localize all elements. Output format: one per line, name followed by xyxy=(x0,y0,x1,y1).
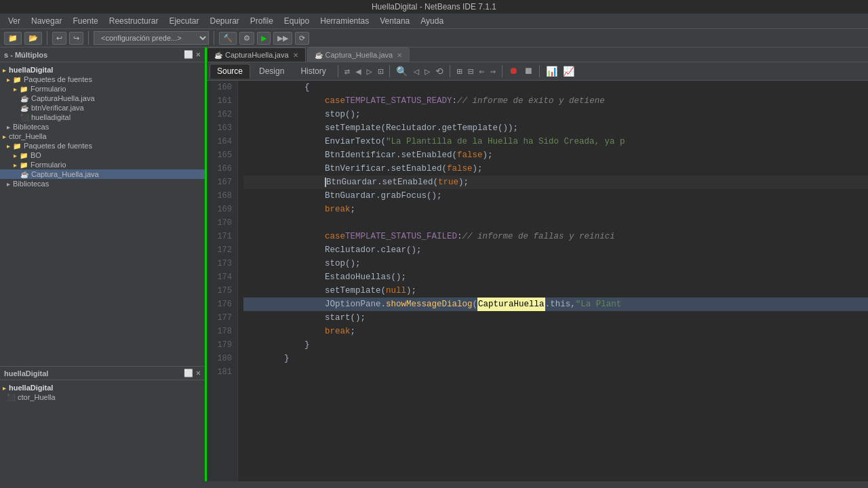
chart2-button[interactable]: 📈 xyxy=(561,65,576,78)
editor-tab-history[interactable]: History xyxy=(293,64,333,79)
toolbar-separator-1 xyxy=(47,31,47,45)
tree-label-paquetes1: Paquetes de fuentes xyxy=(24,75,92,83)
project-panel-header: s - Múltiplos ⬜ ✕ xyxy=(0,47,205,62)
prev-bookmark-button[interactable]: ◀ xyxy=(353,65,363,78)
folder-arrow-bo: ▸ xyxy=(14,152,17,159)
tab-captura-huella[interactable]: ☕ Captura_Huella.java ✕ xyxy=(307,47,410,62)
expand-button[interactable]: ⊞ xyxy=(454,65,464,78)
tree-item-paquetes2[interactable]: ▸ 📁 Paquetes de fuentes xyxy=(0,141,205,150)
tree-label-formulario1: Formulario xyxy=(31,85,66,93)
toolbar-separator-3 xyxy=(214,31,214,45)
profile-button[interactable]: ⟳ xyxy=(295,32,309,45)
tree-label-huelladigital-class: huelladigital xyxy=(31,113,71,121)
redo-button[interactable]: ↪ xyxy=(69,32,83,45)
search-button[interactable]: 🔍 xyxy=(394,65,410,78)
bottom-close-button[interactable]: ✕ xyxy=(196,368,201,378)
code-editor[interactable]: 160 161 162 163 164 165 166 167 168 169 … xyxy=(207,81,868,481)
java-file-icon-1: ☕ xyxy=(20,95,28,102)
tree-item-ctor-huella[interactable]: ▸ ctor_Huella xyxy=(0,131,205,141)
folder-arrow-3: ▸ xyxy=(7,142,10,150)
tree-item-bo[interactable]: ▸ 📁 BO xyxy=(0,150,205,160)
folder-arrow-4: ▸ xyxy=(14,161,17,169)
folder-icon-2: 📁 xyxy=(20,85,28,93)
code-line-181 xyxy=(243,365,868,379)
code-line-170 xyxy=(243,216,868,230)
tab-bar: ☕ CapturaHuella.java ✕ ☕ Captura_Huella.… xyxy=(207,47,868,62)
find-prev-button[interactable]: ◁ xyxy=(411,65,420,78)
tree-item-capturahuella-java[interactable]: ☕ CapturaHuella.java xyxy=(0,94,205,103)
build-button[interactable]: ⚙ xyxy=(239,32,254,45)
toggle-bookmarks-button[interactable]: ⇄ xyxy=(342,65,352,78)
record-button[interactable]: ⏺ xyxy=(507,65,520,77)
tab-java-icon-2: ☕ xyxy=(315,52,323,59)
tree-label-capturahuella: CapturaHuella.java xyxy=(31,94,95,102)
tree-item-formulario1[interactable]: ▸ 📁 Formulario xyxy=(0,84,205,94)
find-next-button[interactable]: ▷ xyxy=(422,65,432,78)
bottom-tree-item-huelladigital[interactable]: ▸ huellaDigital xyxy=(0,383,205,392)
tab-capturahuella[interactable]: ☕ CapturaHuella.java ✕ xyxy=(207,47,306,62)
panel-close-button[interactable]: ✕ xyxy=(196,49,201,60)
tree-item-huelladigital[interactable]: ▸ huellaDigital xyxy=(0,65,205,75)
toggle-button[interactable]: ⊡ xyxy=(376,65,385,78)
code-line-178: break ; xyxy=(243,325,868,338)
editor-toolbar-sep-2 xyxy=(389,65,390,77)
tree-item-btnverificar-java[interactable]: ☕ btnVerificar.java xyxy=(0,103,205,113)
tab-close-1[interactable]: ✕ xyxy=(293,52,298,59)
panel-restore-button[interactable]: ⬜ xyxy=(184,50,193,59)
menu-depurar[interactable]: Depurar xyxy=(204,15,244,27)
tree-item-bibliotecas1[interactable]: ▸ Bibliotecas xyxy=(0,122,205,131)
tree-item-bibliotecas2[interactable]: ▸ Bibliotecas xyxy=(0,179,205,188)
folder-icon-1: 📁 xyxy=(13,76,21,83)
go-to-button[interactable]: ⇐ xyxy=(477,65,486,78)
chart1-button[interactable]: 📊 xyxy=(544,65,559,78)
tree-item-paquetes1[interactable]: ▸ 📁 Paquetes de fuentes xyxy=(0,75,205,84)
run-button[interactable]: ▶ xyxy=(257,32,271,45)
code-line-173: stop(); xyxy=(243,257,868,270)
debug-button[interactable]: ▶▶ xyxy=(273,32,292,45)
window-title: HuellaDigital - NetBeans IDE 7.1.1 xyxy=(372,2,496,12)
folder-icon-3: 📁 xyxy=(13,142,21,150)
code-line-174: EstadoHuellas(); xyxy=(243,270,868,284)
editor-tab-design[interactable]: Design xyxy=(252,64,292,79)
config-dropdown[interactable]: <configuración prede...> xyxy=(94,31,209,45)
menu-ver[interactable]: Ver xyxy=(3,15,26,27)
tree-item-huelladigital-class[interactable]: ⬛ huelladigital xyxy=(0,113,205,122)
next-bookmark-button[interactable]: ▷ xyxy=(365,65,374,78)
menu-herramientas[interactable]: Herramientas xyxy=(315,15,374,27)
menu-ejecutar[interactable]: Ejecutar xyxy=(163,15,204,27)
bottom-panel-header: huellaDigital ⬜ ✕ xyxy=(0,367,205,380)
undo-button[interactable]: ↩ xyxy=(52,32,66,45)
tree-label-bibliotecas2: Bibliotecas xyxy=(13,180,49,188)
editor-area: ☕ CapturaHuella.java ✕ ☕ Captura_Huella.… xyxy=(207,47,868,481)
bottom-restore-button[interactable]: ⬜ xyxy=(184,369,193,378)
menu-ventana[interactable]: Ventana xyxy=(374,15,415,27)
menu-profile[interactable]: Profile xyxy=(245,15,279,27)
tab-close-2[interactable]: ✕ xyxy=(397,52,402,59)
menu-ayuda[interactable]: Ayuda xyxy=(415,15,449,27)
stop-button[interactable]: ⏹ xyxy=(521,65,535,77)
editor-tab-source[interactable]: Source xyxy=(210,64,250,79)
bottom-tree-item-ctor[interactable]: ⬛ ctor_Huella xyxy=(0,392,205,402)
clean-build-button[interactable]: 🔨 xyxy=(219,32,237,45)
toolbar: 📁 📂 ↩ ↪ <configuración prede...> 🔨 ⚙ ▶ ▶… xyxy=(0,29,868,47)
menu-reestructurar[interactable]: Reestructurar xyxy=(104,15,164,27)
tree-item-formulario2[interactable]: ▸ 📁 Formulario xyxy=(0,160,205,169)
code-content[interactable]: { case TEMPLATE_STATUS_READY : // inform… xyxy=(238,81,868,481)
code-line-168: BtnGuardar.grabFocus(); xyxy=(243,189,868,203)
lib-icon-2: ▸ xyxy=(7,180,10,188)
new-project-button[interactable]: 📁 xyxy=(4,32,22,45)
code-line-177: start(); xyxy=(243,311,868,325)
code-line-176: JOptionPane. showMessageDialog ( Captura… xyxy=(243,298,868,311)
project-tree: ▸ huellaDigital ▸ 📁 Paquetes de fuentes … xyxy=(0,62,205,366)
bottom-tree-label-ctor: ctor_Huella xyxy=(18,393,56,401)
menu-navegar[interactable]: Navegar xyxy=(26,15,67,27)
tree-label-formulario2: Formulario xyxy=(31,161,66,169)
replace-button[interactable]: ⟲ xyxy=(433,65,446,78)
menu-equipo[interactable]: Equipo xyxy=(279,15,315,27)
collapse-button[interactable]: ⊟ xyxy=(466,65,475,78)
back-button[interactable]: ⇒ xyxy=(488,65,498,78)
menu-fuente[interactable]: Fuente xyxy=(67,15,103,27)
open-button[interactable]: 📂 xyxy=(24,32,42,45)
tree-item-captura-huella-java[interactable]: ☕ Captura_Huella.java xyxy=(0,169,205,179)
tree-label-ctor: ctor_Huella xyxy=(9,132,47,140)
